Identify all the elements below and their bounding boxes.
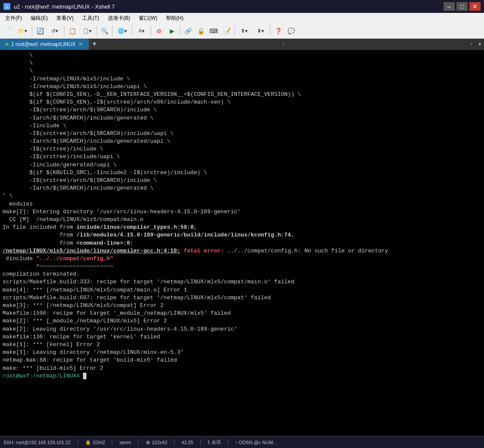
- menu-window[interactable]: 窗口(W): [135, 14, 161, 23]
- terminal-line: ^~~~~~~~~~~~~~~~~~~~~~~: [3, 263, 481, 270]
- menu-tools[interactable]: 工具(T): [79, 14, 102, 23]
- terminal-line: compilation terminated.: [3, 270, 481, 278]
- menu-edit[interactable]: 编辑(E): [27, 14, 51, 23]
- terminal-line: -Iarch/$(SRCARCH)/include/generated/uapi…: [3, 138, 481, 145]
- toolbar-font[interactable]: A▾: [134, 25, 149, 37]
- tab-scroll-right[interactable]: ›: [467, 39, 475, 50]
- toolbar-reconnect2[interactable]: ↺▾: [47, 25, 62, 37]
- terminal-line: $(if $(KBUILD_SRC),-Iinclude2 -I$(srctre…: [3, 169, 481, 177]
- terminal-line: -I$(srctree)/arch/$(SRCARCH)/include \: [3, 177, 481, 184]
- close-button[interactable]: ✕: [469, 2, 481, 11]
- terminal-line: from <command-line>:0:: [3, 239, 481, 247]
- terminal-line: \: [3, 67, 481, 75]
- title-bar-left: u u2 - root@wxf: /netmap/LINUX - Xshell …: [3, 3, 115, 10]
- toolbar-help[interactable]: ❓: [272, 25, 284, 37]
- status-ssh-label: SSH: root@192.168.109.101:22: [3, 440, 71, 445]
- toolbar-new[interactable]: 📄: [2, 25, 14, 37]
- terminal-line: \: [3, 59, 481, 67]
- toolbar-key[interactable]: ⌨: [208, 25, 220, 37]
- terminal-line: -I/netmap/LINUX/mlx5/include/uapi \: [3, 83, 481, 91]
- terminal-line: In file included from include/linux/comp…: [3, 224, 481, 231]
- status-upload: ↑ ODSN @c NUM...: [235, 440, 277, 445]
- terminal-line: Makefile:1590: recipe for target '_modul…: [3, 310, 481, 317]
- toolbar-copy[interactable]: 📋: [66, 25, 78, 37]
- terminal-line: -Iarch/$(SRCARCH)/include/generated \: [3, 114, 481, 122]
- toolbar-open[interactable]: 📁▾: [15, 25, 30, 37]
- status-protocol: 🔒 SSH2: [85, 439, 105, 445]
- window-controls[interactable]: – □ ✕: [444, 2, 481, 11]
- toolbar-upload[interactable]: ⬆▾: [236, 25, 252, 37]
- toolbar-sep-7: [180, 26, 180, 36]
- toolbar-sep-2: [64, 26, 64, 36]
- terminal[interactable]: \ \ \ -I/netmap/LINUX/mlx5/include \ -I/…: [0, 50, 484, 436]
- status-sep-4: [174, 439, 175, 445]
- tab-menu[interactable]: ▾: [475, 39, 484, 50]
- maximize-button[interactable]: □: [456, 2, 468, 11]
- toolbar-script[interactable]: 📝: [221, 25, 233, 37]
- terminal-line: modules: [3, 200, 481, 208]
- terminal-line: root@wxf:/netmap/LINUX#: [3, 372, 481, 380]
- toolbar-sep-6: [151, 26, 151, 36]
- terminal-line: -Iarch/$(SRCARCH)/include/generated \: [3, 184, 481, 192]
- menu-bar: 文件(F) 编辑(E) 查看(V) 工具(T) 选项卡(B) 窗口(W) 帮助(…: [0, 13, 484, 23]
- terminal-line: -I$(srctree)/include \: [3, 145, 481, 153]
- terminal-line: from /lib/modules/4.15.0-189-generic/bui…: [3, 231, 481, 239]
- terminal-line: make[2]: *** [_module_/netmap/LINUX/mlx5…: [3, 317, 481, 325]
- toolbar-stop[interactable]: ⊘: [153, 25, 165, 37]
- toolbar-download[interactable]: ⬇▾: [253, 25, 268, 37]
- toolbar-connect[interactable]: 🔗: [182, 25, 194, 37]
- status-position: 42,25: [181, 440, 193, 445]
- status-terminal-type: xterm: [119, 440, 131, 445]
- status-sep-2: [112, 439, 112, 445]
- status-bar: SSH: root@192.168.109.101:22 🔒 SSH2 xter…: [0, 436, 484, 448]
- toolbar-sep-4: [112, 26, 113, 36]
- tab-label: 1 root@wxf: /netmap/LINUX: [11, 41, 76, 47]
- status-ssh-address: SSH: root@192.168.109.101:22: [3, 440, 71, 445]
- toolbar-reconnect[interactable]: 🔄: [34, 25, 46, 37]
- menu-help[interactable]: 帮助(H): [162, 14, 187, 23]
- terminal-line: -I$(srctree)/arch/$(SRCARCH)/include/uap…: [3, 130, 481, 138]
- tab-add-button[interactable]: +: [89, 39, 100, 50]
- toolbar-search[interactable]: 🔍: [98, 25, 110, 37]
- terminal-line: #include "../../compat/config.h": [3, 255, 481, 263]
- status-size: 🖥 122x42: [145, 440, 167, 445]
- terminal-line: -I/netmap/LINUX/mlx5/include \: [3, 75, 481, 83]
- terminal-line: \: [3, 52, 481, 59]
- status-lock-icon: 🔒: [85, 439, 91, 445]
- tab-status-dot: [5, 43, 9, 46]
- toolbar-sep-3: [96, 26, 97, 36]
- terminal-line: $(if $(CONFIG_XEN),-I$(srctree)/arch/x86…: [3, 98, 481, 106]
- toolbar-lock[interactable]: 🔒: [195, 25, 207, 37]
- terminal-line: netmap.mak:88: recipe for target 'build-…: [3, 356, 481, 364]
- terminal-line: make[2]: Leaving directory '/usr/src/lin…: [3, 325, 481, 333]
- toolbar-run[interactable]: ▶: [166, 25, 178, 37]
- toolbar-sep-8: [234, 26, 235, 36]
- terminal-line: ' \: [3, 192, 481, 200]
- terminal-line: /netmap/LINUX/mlx5/include/linux/compile…: [3, 247, 481, 255]
- terminal-line: -Iinclude/generated/uapi \: [3, 161, 481, 169]
- status-sep-1: [78, 439, 78, 445]
- toolbar-globe[interactable]: 🌐▾: [114, 25, 130, 37]
- terminal-line: scripts/Makefile.build:333: recipe for t…: [3, 278, 481, 286]
- toolbar-copy2[interactable]: 📋▾: [79, 25, 95, 37]
- tab-bar: 1 root@wxf: /netmap/LINUX ✕ + ‹ › ▾: [0, 39, 484, 50]
- tab-active[interactable]: 1 root@wxf: /netmap/LINUX ✕: [0, 39, 89, 50]
- status-sep-5: [200, 439, 201, 445]
- terminal-line: $(if $(CONFIG_XEN),-D__XEN_INTERFACE_VER…: [3, 91, 481, 98]
- tab-scroll-left[interactable]: ‹: [279, 39, 288, 50]
- menu-file[interactable]: 文件(F): [2, 14, 25, 23]
- app-icon: u: [3, 3, 10, 10]
- status-sep-3: [138, 439, 138, 445]
- terminal-line: make[4]: *** [/netmap/LINUX/mlx5/compat/…: [3, 286, 481, 294]
- window-title: u2 - root@wxf: /netmap/LINUX - Xshell 7: [14, 3, 115, 10]
- terminal-line: make: *** [build-mlx5] Error 2: [3, 365, 481, 372]
- tab-close-button[interactable]: ✕: [78, 41, 83, 48]
- menu-tabs[interactable]: 选项卡(B): [104, 14, 134, 23]
- minimize-button[interactable]: –: [444, 2, 455, 11]
- terminal-line: -Iinclude \: [3, 122, 481, 130]
- toolbar-chat[interactable]: 💬: [285, 25, 297, 37]
- toolbar-sep-1: [32, 26, 32, 36]
- menu-view[interactable]: 查看(V): [53, 14, 77, 23]
- title-bar: u u2 - root@wxf: /netmap/LINUX - Xshell …: [0, 0, 484, 13]
- terminal-line: make[1]: Leaving directory '/netmap/LINU…: [3, 349, 481, 356]
